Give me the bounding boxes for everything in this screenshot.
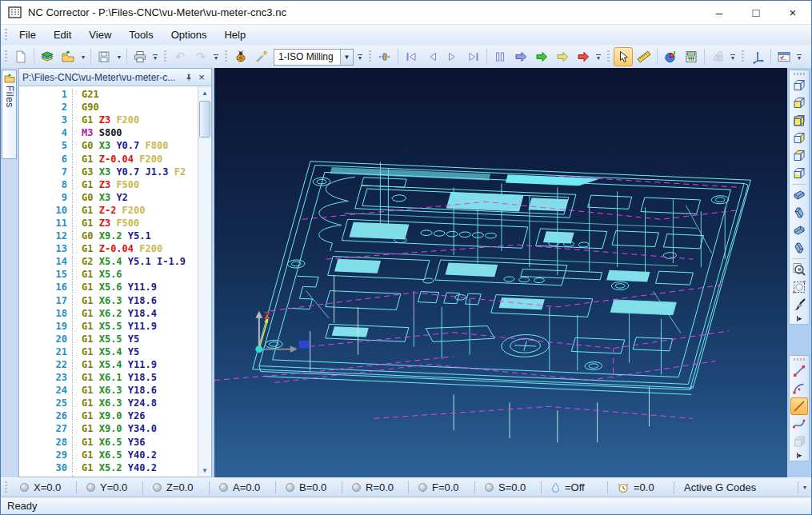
toolbar-grip[interactable] bbox=[607, 50, 610, 63]
toolbar-grip[interactable] bbox=[225, 50, 227, 63]
run-yellow-button[interactable] bbox=[553, 47, 572, 66]
menu-tools[interactable]: Tools bbox=[120, 25, 162, 46]
step-back-button[interactable] bbox=[422, 47, 442, 66]
print-button[interactable] bbox=[130, 47, 150, 66]
solid-iso-2-button[interactable] bbox=[790, 204, 808, 222]
close-button[interactable]: × bbox=[774, 1, 811, 24]
viewport-3d[interactable]: Z bbox=[214, 68, 787, 477]
code-line[interactable]: 30G1 X5.2 Y40.2 bbox=[19, 461, 198, 474]
code-line[interactable]: 2G90 bbox=[19, 101, 198, 114]
save-dropdown-caret[interactable]: ▾ bbox=[114, 48, 124, 66]
statistics-pie-button[interactable] bbox=[661, 47, 680, 66]
sim-settings-button[interactable] bbox=[375, 47, 394, 66]
gcode-dialect-select[interactable]: 1-ISO Milling▼ bbox=[274, 49, 354, 66]
minimize-button[interactable]: – bbox=[701, 1, 738, 24]
statusbar-overflow[interactable]: ▾ bbox=[798, 481, 811, 494]
edit-segment-button[interactable] bbox=[790, 397, 808, 415]
save-button[interactable] bbox=[94, 47, 114, 66]
select-cursor-button[interactable] bbox=[614, 47, 633, 66]
maximize-button[interactable]: □ bbox=[738, 1, 774, 24]
go-last-button[interactable] bbox=[464, 47, 483, 66]
code-line[interactable]: 8G1 Z3 F500 bbox=[19, 178, 198, 191]
menu-view[interactable]: View bbox=[80, 25, 120, 46]
code-line[interactable]: 31G1 X5.2 Y43.82 bbox=[19, 474, 198, 477]
sidebar-tab-files[interactable]: Files bbox=[2, 70, 17, 159]
menu-grip[interactable] bbox=[5, 29, 7, 42]
toolbar-grip[interactable] bbox=[164, 50, 166, 63]
code-line[interactable]: 15G1 X5.6 bbox=[19, 268, 198, 281]
toolbar-overflow[interactable]: ▾ bbox=[594, 48, 603, 66]
zoom-region-button[interactable] bbox=[790, 261, 808, 278]
scroll-thumb[interactable] bbox=[199, 101, 210, 138]
toolbar-expand[interactable]: ▸ bbox=[797, 450, 802, 460]
toolbar-overflow[interactable]: ▾ bbox=[355, 48, 365, 66]
code-line[interactable]: 4M3 S800 bbox=[19, 126, 198, 139]
calculator-button[interactable] bbox=[682, 47, 701, 66]
code-line[interactable]: 23G1 X6.1 Y18.5 bbox=[19, 371, 198, 384]
view-cube-front-button[interactable] bbox=[790, 94, 808, 112]
toolbar-overflow[interactable]: ▾ bbox=[794, 48, 804, 66]
code-line[interactable]: 7G3 X3 Y0.7 J1.3 F2 bbox=[19, 166, 198, 178]
go-first-button[interactable] bbox=[402, 47, 421, 66]
code-line[interactable]: 11G1 Z3 F500 bbox=[19, 217, 198, 230]
toolbar-overflow[interactable]: ▾ bbox=[211, 48, 221, 66]
open-folder-dropdown-caret[interactable]: ▾ bbox=[78, 48, 88, 66]
code-line[interactable]: 22G1 X5.4 Y11.9 bbox=[19, 358, 198, 371]
code-line[interactable]: 5G0 X3 Y0.7 F800 bbox=[19, 139, 198, 152]
magic-wand-button[interactable] bbox=[252, 47, 271, 66]
code-line[interactable]: 10G1 Z-2 F200 bbox=[19, 204, 198, 217]
code-line[interactable]: 13G1 Z-0.04 F200 bbox=[19, 242, 198, 255]
code-line[interactable]: 12G0 X9.2 Y5.1 bbox=[19, 230, 198, 242]
code-line[interactable]: 18G1 X6.2 Y18.4 bbox=[19, 307, 198, 320]
view-cube-top-button[interactable] bbox=[790, 147, 808, 165]
code-line[interactable]: 16G1 X5.6 Y11.9 bbox=[19, 281, 198, 293]
toolbar-overflow[interactable]: ▾ bbox=[728, 48, 738, 66]
code-line[interactable]: 27G1 X9.0 Y34.0 bbox=[19, 422, 198, 435]
code-line[interactable]: 24G1 X6.3 Y18.6 bbox=[19, 384, 198, 397]
code-line[interactable]: 3G1 Z3 F200 bbox=[19, 114, 198, 126]
code-line[interactable]: 29G1 X6.5 Y40.2 bbox=[19, 449, 198, 461]
menu-help[interactable]: Help bbox=[215, 25, 254, 46]
code-line[interactable]: 28G1 X6.5 Y36 bbox=[19, 436, 198, 449]
open-folder-button[interactable] bbox=[58, 47, 78, 66]
measure-ruler-button[interactable] bbox=[634, 47, 654, 66]
run-green-button[interactable] bbox=[532, 47, 551, 66]
toolbar-expand[interactable]: ▸ bbox=[797, 313, 802, 323]
run-blue-button[interactable] bbox=[511, 47, 530, 66]
close-icon[interactable]: × bbox=[195, 71, 208, 84]
solid-iso-1-button[interactable] bbox=[790, 186, 808, 204]
menu-file[interactable]: File bbox=[10, 25, 45, 46]
code-line[interactable]: 14G2 X5.4 Y5.1 I-1.9 bbox=[19, 255, 198, 268]
debug-bug-button[interactable] bbox=[231, 47, 250, 66]
new-document-button[interactable] bbox=[11, 47, 30, 66]
view-cube-bottom-button[interactable] bbox=[790, 165, 808, 182]
view-cube-right-button[interactable] bbox=[790, 130, 808, 147]
toolbar-grip[interactable] bbox=[794, 358, 805, 361]
gcode-editor[interactable]: 1G212G903G1 Z3 F2004M3 S8005G0 X3 Y0.7 F… bbox=[19, 86, 198, 477]
code-line[interactable]: 25G1 X6.3 Y24.8 bbox=[19, 397, 198, 409]
insert-line-button[interactable] bbox=[790, 362, 808, 380]
code-line[interactable]: 21G1 X5.4 Y5 bbox=[19, 345, 198, 358]
redraw-brush-button[interactable] bbox=[790, 296, 808, 313]
select-region-button[interactable] bbox=[790, 278, 808, 296]
scroll-down-button[interactable]: ▼ bbox=[198, 464, 211, 477]
view-cube-iso-button[interactable] bbox=[790, 77, 808, 94]
pause-button[interactable] bbox=[490, 47, 510, 66]
status-grip[interactable] bbox=[5, 481, 7, 494]
toolbar-grip[interactable] bbox=[794, 73, 805, 75]
menu-options[interactable]: Options bbox=[162, 25, 216, 46]
toolbar-grip[interactable] bbox=[5, 50, 7, 63]
menu-edit[interactable]: Edit bbox=[45, 25, 80, 46]
code-line[interactable]: 6G1 Z-0.04 F200 bbox=[19, 152, 198, 165]
layers-button[interactable] bbox=[38, 47, 57, 66]
coordinate-axes-button[interactable] bbox=[748, 47, 767, 66]
code-line[interactable]: 19G1 X5.5 Y11.9 bbox=[19, 320, 198, 333]
code-line[interactable]: 26G1 X9.0 Y26 bbox=[19, 409, 198, 422]
code-scrollbar[interactable]: ▲ ▼ bbox=[198, 86, 211, 477]
scroll-up-button[interactable]: ▲ bbox=[198, 86, 211, 99]
toolbar-grip[interactable] bbox=[369, 50, 371, 63]
insert-spline-button[interactable] bbox=[790, 415, 808, 433]
insert-arc-button[interactable] bbox=[790, 380, 808, 397]
step-forward-button[interactable] bbox=[443, 47, 462, 66]
code-line[interactable]: 20G1 X5.5 Y5 bbox=[19, 333, 198, 345]
